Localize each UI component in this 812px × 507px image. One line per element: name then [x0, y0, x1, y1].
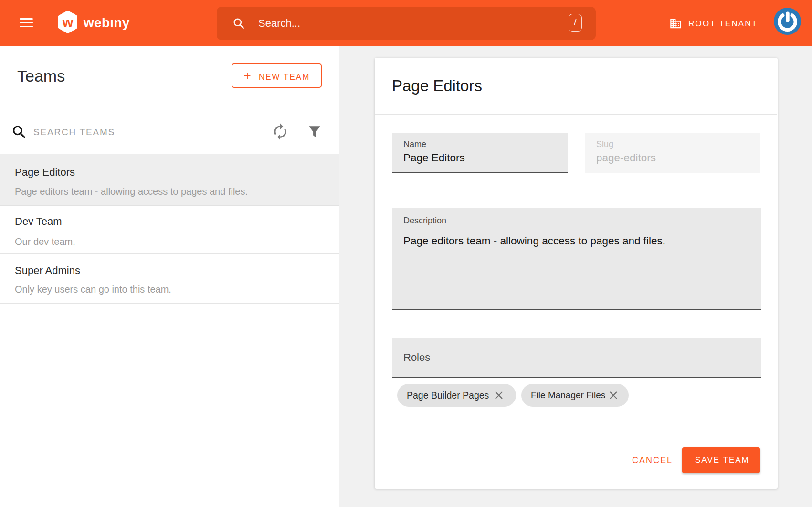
- svg-text:w: w: [62, 15, 74, 30]
